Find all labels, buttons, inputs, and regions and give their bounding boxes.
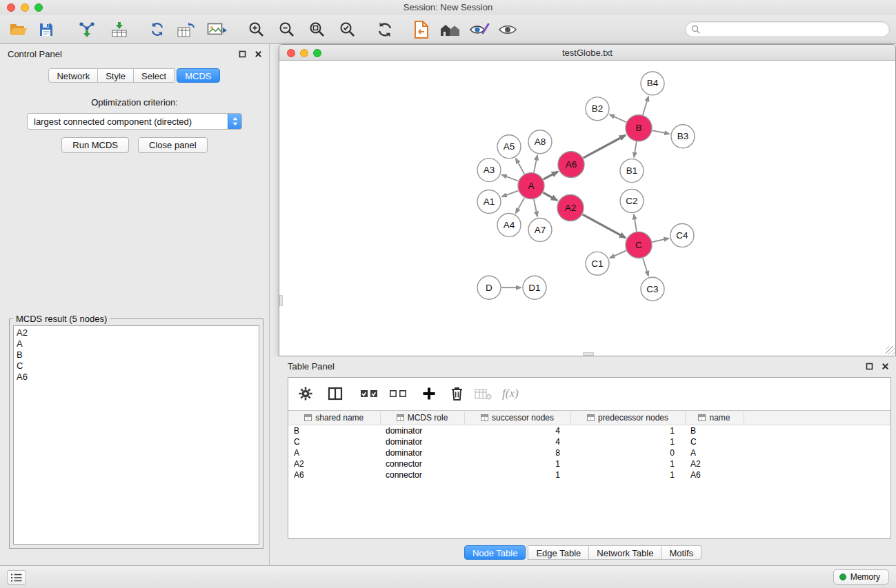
edge-B-B4[interactable] [643,97,648,115]
float-panel-icon[interactable] [239,50,246,58]
edge-A-A2[interactable] [543,192,557,200]
tab-network-table[interactable]: Network Table [589,545,661,560]
show-style-icon[interactable] [469,22,490,37]
import-network-icon[interactable] [79,21,97,38]
vertical-splitter-handle[interactable] [279,295,283,306]
network-view[interactable]: AA1A2A3A4A5A6A7A8BB1B2B3B4CC1C2C3C4DD1 [279,61,895,356]
node-C4[interactable]: C4 [670,223,694,247]
zoom-out-icon[interactable] [279,21,295,38]
tab-mcds[interactable]: MCDS [177,68,219,83]
node-B3[interactable]: B3 [671,125,695,148]
edge-A6-B[interactable] [584,135,626,158]
column-header-predecessor-nodes[interactable]: predecessor nodes [570,411,685,425]
export-network-icon[interactable] [414,21,429,39]
node-A3[interactable]: A3 [477,159,501,182]
open-session-icon[interactable] [10,22,28,37]
node-A6[interactable]: A6 [558,152,584,178]
node-A4[interactable]: A4 [497,213,521,236]
edge-C-C2[interactable] [634,214,637,231]
tab-edge-table[interactable]: Edge Table [528,545,589,560]
node-B4[interactable]: B4 [641,72,664,95]
edge-C-C4[interactable] [653,239,669,242]
table-row[interactable]: Cdominator41C [288,436,890,447]
node-A[interactable]: A [518,173,544,199]
edge-C-C1[interactable] [610,251,626,258]
minimize-window-button[interactable] [21,3,29,12]
node-D1[interactable]: D1 [523,276,546,299]
result-item[interactable]: A2 [17,327,256,338]
node-A2[interactable]: A2 [557,195,584,221]
node-B2[interactable]: B2 [586,97,609,121]
network-canvas[interactable]: AA1A2A3A4A5A6A7A8BB1B2B3B4CC1C2C3C4DD1 [279,61,895,356]
trash-icon[interactable] [450,386,464,401]
node-B[interactable]: B [626,115,652,141]
edge-B-B3[interactable] [653,130,670,134]
node-C[interactable]: C [626,232,652,258]
column-header-successor-nodes[interactable]: successor nodes [464,411,570,425]
table-row[interactable]: Bdominator41B [288,425,890,436]
edge-A-A6[interactable] [544,172,558,179]
close-table-panel-icon[interactable] [882,363,889,370]
tab-motifs[interactable]: Motifs [661,545,701,560]
edge-B-B1[interactable] [634,141,637,157]
memory-button[interactable]: Memory [833,569,889,585]
close-network-button[interactable] [287,49,295,57]
tab-select[interactable]: Select [134,68,175,83]
node-C3[interactable]: C3 [641,277,664,301]
tab-style[interactable]: Style [98,68,134,83]
table-row[interactable]: Adominator80A [288,447,890,458]
node-B1[interactable]: B1 [620,159,644,183]
table-row[interactable]: A6connector11A6 [288,469,890,480]
run-mcds-button[interactable]: Run MCDS [61,137,129,153]
node-A5[interactable]: A5 [497,135,521,159]
minimize-network-button[interactable] [300,49,308,57]
tab-node-table[interactable]: Node Table [464,545,526,560]
search-input[interactable] [704,24,884,34]
import-table-icon[interactable] [110,21,128,38]
close-window-button[interactable] [7,3,15,12]
add-row-icon[interactable] [422,387,436,401]
table-row[interactable]: A2connector11A2 [288,458,890,469]
delete-table-icon[interactable] [475,387,492,401]
result-item[interactable]: A [17,338,256,349]
eye-icon[interactable] [498,23,517,37]
tab-network[interactable]: Network [48,68,98,83]
node-A8[interactable]: A8 [528,130,552,154]
edge-A-A8[interactable] [534,155,537,172]
refresh-icon[interactable] [377,21,393,38]
zoom-window-button[interactable] [34,3,43,12]
column-header-name[interactable]: name [685,411,744,425]
edge-A-A7[interactable] [534,199,537,216]
horizontal-splitter-handle[interactable] [583,352,594,356]
edge-B-B2[interactable] [610,114,626,122]
edge-A-A1[interactable] [502,191,519,197]
column-header-mcds-role[interactable]: MCDS role [380,411,464,425]
column-icon[interactable] [328,387,343,401]
result-item[interactable]: B [17,349,256,361]
node-A1[interactable]: A1 [477,190,501,214]
node-C2[interactable]: C2 [620,190,644,213]
criterion-dropdown[interactable]: largest connected component (directed) [27,113,242,130]
result-item[interactable]: C [17,361,256,372]
zoom-in-icon[interactable] [248,21,265,38]
gear-icon[interactable] [298,386,313,401]
save-session-icon[interactable] [39,22,54,37]
zoom-network-button[interactable] [313,49,321,57]
edge-A-A5[interactable] [516,159,524,174]
export-image-icon[interactable] [207,21,228,38]
deselect-all-icon[interactable] [389,388,408,399]
node-C1[interactable]: C1 [586,252,609,275]
result-item[interactable]: A6 [17,372,256,383]
edge-C-C3[interactable] [643,258,648,276]
edge-A-A4[interactable] [516,198,524,213]
window-resize-grip[interactable] [886,346,895,355]
home-icon[interactable] [440,22,461,37]
float-table-panel-icon[interactable] [866,363,873,370]
task-history-button[interactable] [7,570,26,585]
table-sync-icon[interactable] [177,21,196,38]
edge-A2-C[interactable] [583,214,626,238]
select-all-icon[interactable] [360,388,379,399]
close-panel-button[interactable]: Close panel [138,137,208,153]
zoom-fit-icon[interactable] [309,21,326,38]
column-header-shared-name[interactable]: shared name [288,411,380,425]
